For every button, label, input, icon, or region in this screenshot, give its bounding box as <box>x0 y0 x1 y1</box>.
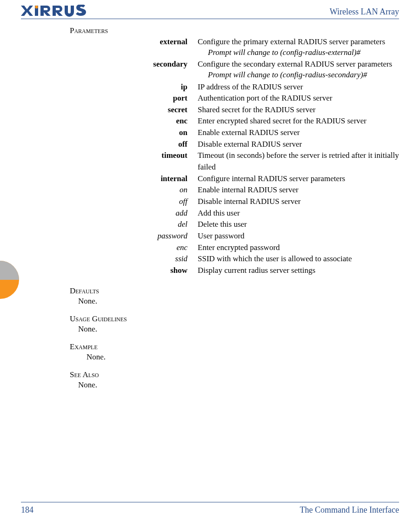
parameter-row: encEnter encrypted shared secret for the… <box>70 115 399 127</box>
parameter-term: on <box>70 184 198 196</box>
parameter-row: internalConfigure internal RADIUS server… <box>70 173 399 185</box>
parameter-term: password <box>70 230 198 242</box>
see-also-heading: See Also <box>70 370 399 379</box>
parameter-description: User password <box>198 230 399 242</box>
parameter-term: show <box>70 265 198 277</box>
parameter-description: IP address of the RADIUS server <box>198 81 399 93</box>
parameters-list: externalConfigure the primary external R… <box>70 36 399 276</box>
header-title: Wireless LAN Array <box>330 7 399 17</box>
parameter-term: on <box>70 127 198 139</box>
parameter-row: ipIP address of the RADIUS server <box>70 81 399 93</box>
parameter-row: offDisable internal RADIUS server <box>70 196 399 208</box>
defaults-heading: Defaults <box>70 286 399 296</box>
parameter-row: delDelete this user <box>70 219 399 230</box>
example-body: None. <box>70 352 399 362</box>
parameter-row: onEnable internal RADIUS server <box>70 184 399 196</box>
footer-section-title: The Command Line Interface <box>300 505 399 515</box>
parameter-row: passwordUser password <box>70 230 399 242</box>
parameter-description: Configure internal RADIUS server paramet… <box>198 173 399 185</box>
parameter-row: externalConfigure the primary external R… <box>70 36 399 48</box>
parameter-description: Add this user <box>198 208 399 219</box>
parameter-description: Authentication port of the RADIUS server <box>198 93 399 104</box>
page-footer: 184 The Command Line Interface <box>21 502 399 515</box>
parameter-row: showDisplay current radius server settin… <box>70 265 399 277</box>
parameter-row: timeoutTimeout (in seconds) before the s… <box>70 150 399 173</box>
parameter-description: Display current radius server settings <box>198 265 399 277</box>
parameter-description: Delete this user <box>198 219 399 230</box>
parameter-term: off <box>70 196 198 208</box>
parameter-description: Disable external RADIUS server <box>198 139 399 150</box>
parameter-row: secondaryConfigure the secondary externa… <box>70 59 399 70</box>
parameter-term: internal <box>70 173 198 185</box>
parameter-description: Disable internal RADIUS server <box>198 196 399 208</box>
parameter-description: Configure the secondary external RADIUS … <box>198 59 399 70</box>
parameter-row: secretShared secret for the RADIUS serve… <box>70 104 399 116</box>
content-area: Parameters externalConfigure the primary… <box>21 26 399 390</box>
svg-marker-0 <box>21 6 33 16</box>
parameter-term: ip <box>70 81 198 93</box>
parameter-row: addAdd this user <box>70 208 399 219</box>
example-heading: Example <box>70 342 399 352</box>
parameter-term: port <box>70 93 198 104</box>
parameter-description: Configure the primary external RADIUS se… <box>198 36 399 48</box>
parameter-description: SSID with which the user is allowed to a… <box>198 253 399 265</box>
defaults-body: None. <box>70 297 399 306</box>
parameter-description: Shared secret for the RADIUS server <box>198 104 399 116</box>
brand-logo <box>21 5 100 17</box>
parameter-description: Enter encrypted password <box>198 242 399 254</box>
parameter-term: off <box>70 139 198 150</box>
parameter-description: Enter encrypted shared secret for the RA… <box>198 115 399 127</box>
parameter-term: ssid <box>70 253 198 265</box>
parameter-term: enc <box>70 242 198 254</box>
page-number: 184 <box>21 505 33 515</box>
parameters-heading: Parameters <box>70 26 399 35</box>
parameter-term: timeout <box>70 150 198 162</box>
parameter-term: add <box>70 208 198 219</box>
parameter-row: offDisable external RADIUS server <box>70 139 399 150</box>
parameter-prompt-note: Prompt will change to (config-radius-sec… <box>208 69 399 81</box>
page-container: Wireless LAN Array Parameters externalCo… <box>0 0 420 528</box>
see-also-body: None. <box>70 380 399 390</box>
svg-point-3 <box>35 6 38 9</box>
usage-guidelines-body: None. <box>70 325 399 334</box>
usage-guidelines-heading: Usage Guidelines <box>70 314 399 324</box>
parameter-prompt-note: Prompt will change to (config-radius-ext… <box>208 47 399 59</box>
parameter-description: Timeout (in seconds) before the server i… <box>198 150 399 173</box>
parameter-term: secondary <box>70 59 198 70</box>
parameter-term: del <box>70 219 198 230</box>
parameter-row: onEnable external RADIUS server <box>70 127 399 139</box>
parameter-term: enc <box>70 115 198 127</box>
page-tab-decoration <box>0 261 20 299</box>
page-header: Wireless LAN Array <box>21 5 399 19</box>
parameter-row: portAuthentication port of the RADIUS se… <box>70 93 399 104</box>
parameter-description: Enable internal RADIUS server <box>198 184 399 196</box>
parameter-row: encEnter encrypted password <box>70 242 399 254</box>
xirrus-logo-icon <box>21 5 100 17</box>
parameter-term: secret <box>70 104 198 116</box>
parameter-row: ssidSSID with which the user is allowed … <box>70 253 399 265</box>
parameter-term: external <box>70 36 198 48</box>
parameter-description: Enable external RADIUS server <box>198 127 399 139</box>
